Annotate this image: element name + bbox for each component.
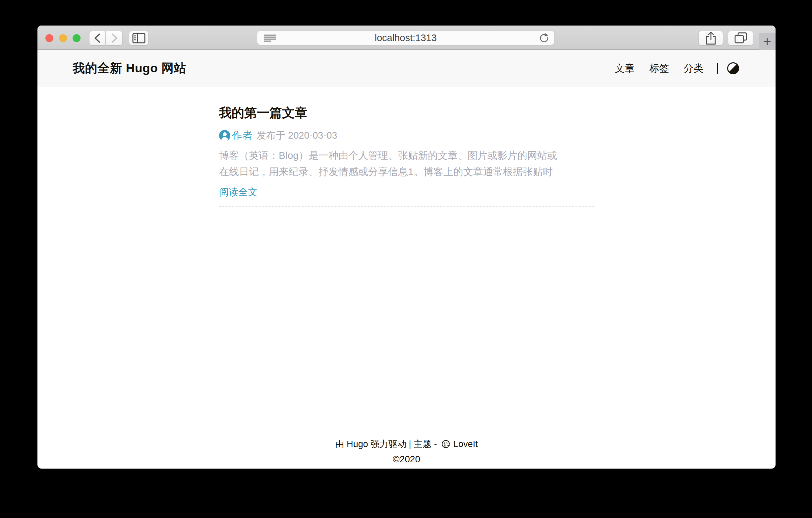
theme-link[interactable]: LoveIt [454, 439, 478, 449]
zoom-window-button[interactable] [72, 34, 81, 42]
footer-middle-text: 强力驱动 | 主题 - [368, 438, 439, 450]
summary-line-1: 博客（英语：Blog）是一种由个人管理、张贴新的文章、图片或影片的网站或 [219, 147, 594, 163]
theme-toggle-icon[interactable] [727, 62, 739, 74]
browser-toolbar: localhost:1313 + [37, 26, 776, 50]
plus-icon: + [763, 35, 771, 48]
reload-button[interactable] [538, 32, 551, 44]
window-controls [46, 34, 81, 42]
nav-item-posts[interactable]: 文章 [615, 62, 635, 75]
post-summary-card: 我的第一篇文章 作者 发布于 2020-03-03 博客（英语：Blog）是一种… [219, 105, 594, 207]
post-meta: 作者 发布于 2020-03-03 [219, 129, 594, 143]
site-nav: 文章 标签 分类 [600, 62, 739, 75]
forward-button[interactable] [106, 31, 123, 46]
sidebar-icon [132, 33, 145, 44]
new-tab-button[interactable]: + [759, 33, 776, 50]
post-divider [219, 206, 594, 207]
site-header: 我的全新 Hugo 网站 文章 标签 分类 [37, 50, 776, 87]
minimize-window-button[interactable] [59, 34, 67, 42]
author-avatar-icon [219, 130, 230, 141]
close-window-button[interactable] [46, 34, 53, 42]
site-title-link[interactable]: 我的全新 Hugo 网站 [72, 60, 186, 77]
share-icon [705, 31, 717, 45]
nav-item-categories[interactable]: 分类 [684, 62, 704, 75]
url-text: localhost:1313 [257, 32, 554, 44]
chevron-left-icon [93, 33, 102, 43]
read-more-link[interactable]: 阅读全文 [219, 186, 258, 199]
hugo-link[interactable]: Hugo [347, 439, 368, 449]
sidebar-toggle-button[interactable] [129, 31, 148, 46]
post-summary-text: 博客（英语：Blog）是一种由个人管理、张贴新的文章、图片或影片的网站或 在线日… [219, 147, 594, 180]
reload-icon [539, 33, 549, 44]
chevron-right-icon [110, 33, 119, 43]
footer-powered-line: 由 Hugo 强力驱动 | 主题 - LoveIt [335, 438, 477, 450]
browser-window: localhost:1313 + [37, 26, 776, 469]
post-title-link[interactable]: 我的第一篇文章 [219, 105, 594, 121]
footer-copyright: ©2020 [335, 454, 477, 465]
summary-line-2: 在线日记，用来纪录、抒发情感或分享信息1。博客上的文章通常根据张贴时 [219, 163, 594, 180]
back-button[interactable] [89, 31, 106, 46]
page-content: 我的第一篇文章 作者 发布于 2020-03-03 博客（英语：Blog）是一种… [37, 87, 776, 469]
kiss-face-icon [441, 439, 451, 449]
nav-item-tags[interactable]: 标签 [649, 62, 669, 75]
footer-by-prefix: 由 [335, 438, 347, 450]
nav-divider [717, 63, 718, 74]
share-button[interactable] [698, 31, 723, 46]
author-link[interactable]: 作者 [232, 129, 253, 143]
post-date: 发布于 2020-03-03 [257, 129, 337, 142]
tabs-icon [734, 32, 747, 45]
reader-mode-icon[interactable] [263, 34, 277, 43]
tab-overview-button[interactable] [728, 31, 753, 46]
address-bar[interactable]: localhost:1313 [257, 30, 554, 45]
site-footer: 由 Hugo 强力驱动 | 主题 - LoveIt ©2020 [335, 438, 477, 469]
